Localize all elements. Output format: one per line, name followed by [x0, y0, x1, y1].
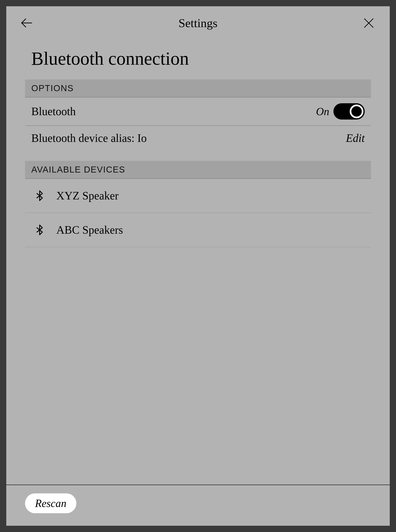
edit-alias-button[interactable]: Edit: [346, 132, 365, 145]
alias-text: Bluetooth device alias: Io: [31, 132, 147, 145]
bluetooth-label: Bluetooth: [31, 105, 76, 118]
device-row[interactable]: ABC Speakers: [25, 213, 371, 247]
toggle-knob: [350, 104, 363, 118]
footer: Rescan: [6, 485, 390, 526]
arrow-left-icon: [20, 16, 35, 30]
back-button[interactable]: [19, 15, 35, 31]
rescan-button[interactable]: Rescan: [25, 493, 76, 513]
top-bar: Settings: [6, 6, 390, 31]
rescan-label: Rescan: [35, 497, 66, 509]
bluetooth-toggle-wrap: On: [316, 103, 365, 120]
spacer: [6, 247, 390, 485]
device-name: ABC Speakers: [56, 223, 123, 236]
section-header-options: OPTIONS: [25, 80, 371, 98]
bluetooth-state: On: [316, 105, 329, 118]
section-header-available: AVAILABLE DEVICES: [25, 161, 371, 179]
close-button[interactable]: [361, 15, 377, 31]
bluetooth-icon: [35, 225, 44, 235]
header-title: Settings: [179, 16, 218, 30]
close-icon: [362, 16, 376, 30]
section-gap: [6, 150, 390, 161]
alias-row: Bluetooth device alias: Io Edit: [25, 126, 371, 150]
device-row[interactable]: XYZ Speaker: [25, 179, 371, 213]
settings-screen: Settings Bluetooth connection OPTIONS Bl…: [6, 6, 390, 526]
bluetooth-icon: [35, 190, 44, 201]
device-name: XYZ Speaker: [56, 189, 118, 202]
bluetooth-toggle-row: Bluetooth On: [25, 98, 371, 126]
page-title: Bluetooth connection: [6, 31, 390, 80]
bluetooth-toggle[interactable]: [333, 103, 365, 120]
